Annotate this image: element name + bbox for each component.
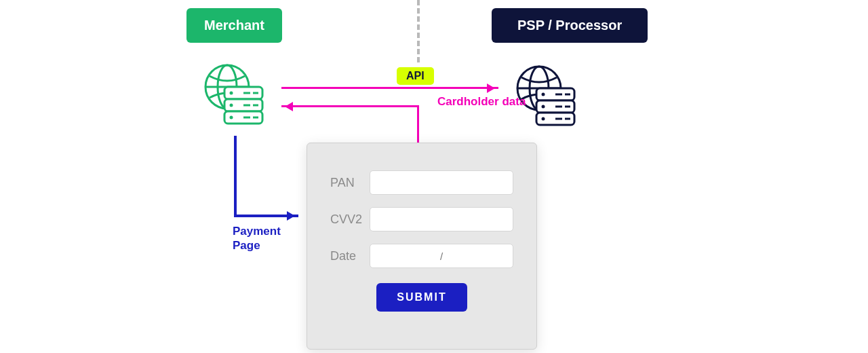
merchant-server-icon [200,60,268,128]
api-flow-arrow [281,87,498,89]
svg-point-21 [542,93,545,96]
svg-point-6 [230,92,233,95]
svg-point-22 [542,105,545,109]
svg-point-7 [230,104,233,107]
api-label: API [397,67,434,85]
payment-form: PAN CVV2 Date SUBMIT [307,143,537,350]
date-label: Date [330,249,370,263]
cardholder-data-label: Cardholder data [437,95,526,109]
scope-divider [417,0,420,62]
svg-point-23 [542,117,545,121]
pan-input[interactable] [370,170,513,195]
submit-button[interactable]: SUBMIT [376,283,467,312]
merchant-node: Merchant [186,8,282,43]
payment-page-arrow [234,136,309,217]
cvv2-label: CVV2 [330,212,370,227]
payment-page-label: PaymentPage [233,224,281,253]
psp-node: PSP / Processor [492,8,648,43]
date-input[interactable] [370,244,513,268]
cvv2-input[interactable] [370,207,513,231]
svg-point-8 [230,116,233,119]
pan-label: PAN [330,176,370,190]
